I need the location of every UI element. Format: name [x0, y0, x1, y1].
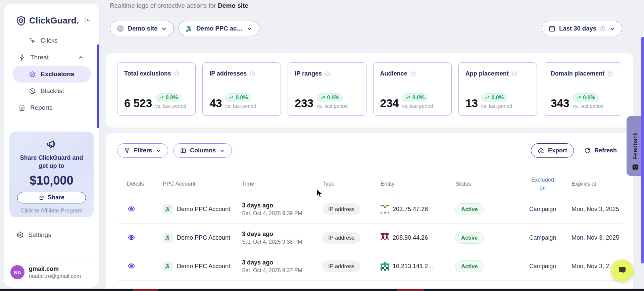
chat-launcher-button[interactable] [611, 259, 633, 282]
sidebar-item-label: Threat [30, 54, 49, 61]
time-exact: Sat, Oct 4, 2025 9:38 PM [242, 239, 313, 245]
lightning-icon [18, 54, 26, 61]
sidebar-item-blacklist[interactable]: Blacklist [12, 83, 91, 99]
calendar-icon [548, 25, 556, 32]
external-link-icon [39, 195, 45, 201]
stat-caption: vs. last period [317, 103, 348, 109]
export-button[interactable]: Export [531, 143, 574, 158]
trend-badge: 0.0% [155, 93, 182, 102]
help-icon [410, 71, 416, 77]
chevron-down-icon [161, 26, 167, 32]
columns-button[interactable]: Columns [173, 143, 232, 158]
stat-label: IP addresses [209, 70, 247, 77]
sidebar-item-settings[interactable]: Settings [4, 227, 99, 243]
sidebar-item-reports[interactable]: Reports [4, 99, 99, 116]
entity-identicon [381, 205, 389, 213]
brand-name: ClickGuard. [29, 15, 79, 26]
document-icon [18, 104, 26, 111]
stat-label: Domain placement [551, 70, 604, 77]
bottom-edge [0, 289, 644, 291]
sidebar-item-label: Blacklist [41, 87, 64, 95]
stat-caption: vs. last period [155, 103, 187, 109]
stat-value: 6 523 [124, 97, 152, 109]
table-row: Demo PPC Account 3 days ago Sat, Oct 4, … [117, 224, 622, 252]
column-header-details: Details [117, 181, 153, 187]
site-selector-value: Demo site [128, 25, 157, 32]
exclusions-log-panel: Filters Columns Export [106, 133, 633, 291]
help-icon [607, 71, 613, 77]
view-details-button[interactable] [127, 233, 136, 242]
time-relative: 3 days ago [242, 231, 313, 238]
google-ads-icon [163, 204, 173, 214]
megaphone-icon [46, 138, 57, 150]
chat-bubble-icon [617, 265, 628, 276]
badge-check-icon [29, 71, 36, 78]
sidebar-item-label: Clicks [41, 37, 58, 44]
sidebar-divider [9, 256, 94, 256]
trend-up-icon [576, 95, 581, 100]
stat-value: 233 [295, 97, 313, 109]
stat-card: Audience 234 0.0% vs. last period [373, 62, 452, 116]
stat-value: 43 [209, 97, 222, 109]
view-details-button[interactable] [127, 204, 136, 213]
table-row: Demo PPC Account 3 days ago Sat, Oct 4, … [117, 252, 622, 281]
share-button[interactable]: Share [17, 192, 86, 203]
date-range-selector[interactable]: Last 30 days [542, 21, 622, 36]
expires-at-value: Mon, Nov 3, 2025 [565, 206, 622, 213]
refresh-button[interactable]: Refresh [583, 143, 618, 158]
entity-value: 16.213.141.2… [393, 263, 434, 270]
column-header-time: Time [232, 181, 313, 187]
filter-icon [124, 147, 131, 154]
page-subtitle: Realtime logs of protective actions for … [110, 2, 248, 9]
site-selector[interactable]: Demo site [110, 21, 174, 36]
user-menu[interactable]: NA gmail.com naatali.ro@gmail.com [10, 263, 95, 282]
table-toolbar: Filters Columns Export [117, 143, 618, 158]
status-badge: Active [455, 203, 484, 215]
stat-label: Audience [380, 70, 407, 77]
affiliate-promo-card[interactable]: Share ClickGuard and get up to $10,000 S… [9, 132, 94, 217]
stat-label: IP ranges [295, 70, 322, 77]
sidebar-item-exclusions[interactable]: Exclusions [12, 66, 91, 83]
brand: ClickGuard. [16, 15, 79, 26]
sidebar-collapse-button[interactable] [83, 16, 92, 26]
view-details-button[interactable] [127, 261, 136, 271]
stat-card: IP addresses 43 0.0% vs. last period [202, 62, 281, 116]
trend-value: 0.0% [492, 95, 504, 101]
columns-icon [180, 147, 187, 154]
stat-caption: vs. last period [402, 103, 433, 109]
user-email: naatali.ro@gmail.com [29, 273, 81, 279]
stat-label: App placement [465, 70, 509, 77]
filters-label: Filters [134, 147, 152, 154]
google-ads-icon [185, 25, 193, 33]
chevron-down-icon [246, 26, 253, 32]
avatar: NA [10, 265, 24, 279]
trend-badge: 0.0% [481, 93, 507, 102]
excluded-on-value: Campaign [521, 234, 565, 241]
stat-card: App placement 13 0.0% vs. last period [458, 62, 537, 116]
gear-icon [16, 231, 23, 239]
chevron-up-icon [78, 54, 84, 60]
entity-identicon [381, 262, 389, 271]
subtitle-site-name: Demo site [218, 2, 248, 9]
status-badge: Active [455, 232, 484, 244]
sidebar-item-clicks[interactable]: Clicks [12, 32, 91, 49]
date-range-value: Last 30 days [559, 25, 596, 32]
sidebar-item-threat[interactable]: Threat [4, 49, 99, 66]
filters-button[interactable]: Filters [117, 143, 168, 158]
time-relative: 3 days ago [242, 202, 313, 209]
time-relative: 3 days ago [242, 259, 313, 266]
type-badge: IP address [323, 203, 360, 215]
table-header: Details PPC Account Time Type Entity Sta… [117, 173, 622, 195]
ppc-account-selector[interactable]: Demo PPC ac… [179, 21, 259, 36]
stat-value: 234 [380, 97, 399, 109]
eye-icon [128, 234, 135, 241]
column-header-ppc-account: PPC Account [153, 181, 232, 187]
trend-up-icon [229, 95, 234, 100]
page-scrollbar[interactable] [641, 37, 644, 263]
account-switcher-icon [88, 269, 95, 276]
stat-card: IP ranges 233 0.0% vs. last period [288, 62, 366, 116]
feedback-smiley-icon [632, 163, 639, 171]
column-header-type: Type [313, 181, 371, 187]
sidebar-scrollbar[interactable] [97, 44, 99, 128]
trend-value: 0.0% [412, 95, 425, 101]
